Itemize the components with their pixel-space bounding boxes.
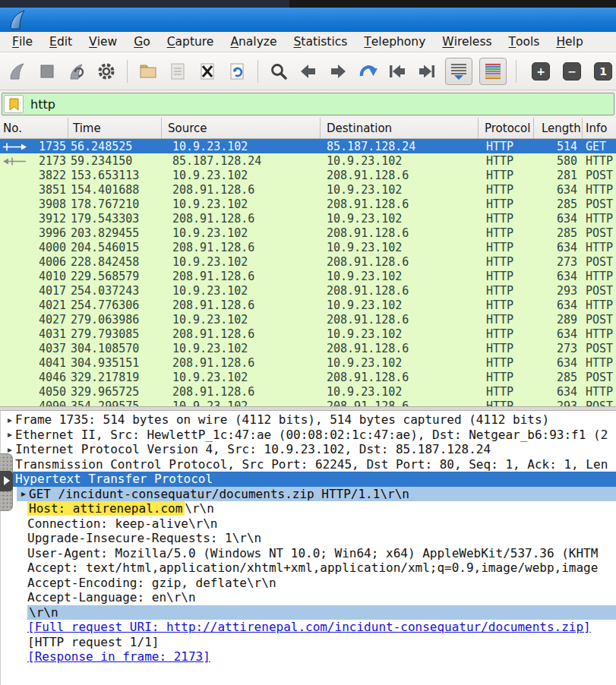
column-header-no[interactable]: No. xyxy=(0,118,68,138)
cell-length: 293 xyxy=(534,399,583,407)
column-header-destination[interactable]: Destination xyxy=(321,118,479,138)
packet-row[interactable]: 4050329.965725208.91.128.610.9.23.102HTT… xyxy=(0,384,616,399)
detail-row-link[interactable]: [Full request URI: http://attirenepal.co… xyxy=(1,620,616,635)
menu-view[interactable]: View xyxy=(81,32,125,52)
close-capture-file-button[interactable] xyxy=(196,60,219,83)
packet-row[interactable]: 4010229.568579208.91.128.610.9.23.102HTT… xyxy=(0,269,616,283)
menu-analyze[interactable]: Analyze xyxy=(222,32,285,52)
cell-no: 4027 xyxy=(0,313,68,327)
packet-row[interactable]: 4031279.793085208.91.128.610.9.23.102HTT… xyxy=(0,327,616,341)
title-bar[interactable] xyxy=(0,8,616,32)
packet-row[interactable]: 4021254.776306208.91.128.610.9.23.102HTT… xyxy=(0,298,616,312)
detail-row[interactable]: Upgrade-Insecure-Requests: 1\r\n xyxy=(1,531,616,546)
expand-arrow-icon[interactable]: ▸ xyxy=(5,415,15,425)
detail-row[interactable]: Accept-Language: en\r\n xyxy=(1,590,616,605)
go-back-button[interactable] xyxy=(297,60,320,83)
cell-protocol: HTTP xyxy=(479,154,534,168)
save-capture-file-button[interactable] xyxy=(166,60,189,83)
cell-destination: 10.9.23.102 xyxy=(321,298,479,312)
column-header-length[interactable]: Length xyxy=(534,118,583,138)
detail-link[interactable]: [Full request URI: http://attirenepal.co… xyxy=(27,620,591,634)
capture-options-button[interactable] xyxy=(95,60,118,83)
expand-arrow-icon[interactable]: ▸ xyxy=(18,488,29,499)
cell-info: POST xyxy=(583,197,616,211)
menu-file[interactable]: File xyxy=(4,32,41,52)
menu-capture[interactable]: Capture xyxy=(159,32,223,52)
packet-row[interactable]: 4090354.29957510.9.23.102208.91.128.6HTT… xyxy=(0,399,616,406)
restart-capture-button[interactable] xyxy=(65,60,88,83)
detail-scroll-indicator[interactable] xyxy=(0,453,13,511)
zoom-reset-button[interactable]: 1 xyxy=(594,62,612,80)
detail-scroll-grip[interactable] xyxy=(0,471,13,491)
detail-row[interactable]: User-Agent: Mozilla/5.0 (Windows NT 10.0… xyxy=(1,546,616,561)
packet-row[interactable]: 4046329.21781910.9.23.102208.91.128.6HTT… xyxy=(0,370,616,384)
detail-row[interactable]: ▸Internet Protocol Version 4, Src: 10.9.… xyxy=(1,442,616,457)
packet-row[interactable]: 3822153.65311310.9.23.102208.91.128.6HTT… xyxy=(0,168,616,182)
packet-row[interactable]: 217359.23415085.187.128.2410.9.23.102HTT… xyxy=(0,153,616,168)
packet-row[interactable]: 4006228.84245810.9.23.102208.91.128.6HTT… xyxy=(0,254,616,269)
menu-telephony[interactable]: Telephony xyxy=(355,32,434,52)
packet-row[interactable]: 4041304.935151208.91.128.610.9.23.102HTT… xyxy=(0,355,616,370)
packet-row[interactable]: 4017254.03724310.9.23.102208.91.128.6HTT… xyxy=(0,283,616,298)
menu-statistics[interactable]: Statistics xyxy=(285,32,355,52)
detail-row[interactable]: ▸Ethernet II, Src: HewlettP_1c:47:ae (00… xyxy=(1,428,616,443)
packet-row[interactable]: 3996203.82945510.9.23.102208.91.128.6HTT… xyxy=(0,226,616,240)
go-to-packet-button[interactable] xyxy=(356,60,379,83)
packet-row[interactable]: 4027279.06398610.9.23.102208.91.128.6HTT… xyxy=(0,312,616,327)
detail-row[interactable]: Accept-Encoding: gzip, deflate\r\n xyxy=(1,576,616,591)
detail-row-selected[interactable]: ▸Hypertext Transfer Protocol xyxy=(1,472,616,487)
detail-row-field-highlight[interactable]: \r\n xyxy=(1,605,616,620)
packet-row[interactable]: 4037304.10857010.9.23.102208.91.128.6HTT… xyxy=(0,341,616,355)
window-top-strip-tint xyxy=(0,0,289,8)
menu-tools[interactable]: Tools xyxy=(501,32,548,52)
column-header-time[interactable]: Time xyxy=(68,118,162,138)
column-header-info[interactable]: Info xyxy=(583,118,616,138)
column-header-source[interactable]: Source xyxy=(162,118,321,138)
auto-scroll-toggle[interactable] xyxy=(445,58,472,85)
reload-capture-file-button[interactable] xyxy=(226,60,248,83)
detail-row-value-highlight[interactable]: Host: attirenepal.com\r\n xyxy=(1,501,616,516)
open-capture-file-button[interactable] xyxy=(137,60,160,83)
start-capture-button[interactable] xyxy=(6,60,29,83)
find-packet-button[interactable] xyxy=(267,60,290,83)
cell-time: 154.401688 xyxy=(68,183,162,197)
go-first-packet-button[interactable] xyxy=(386,60,409,83)
go-last-packet-button[interactable] xyxy=(415,60,438,83)
menu-help[interactable]: Help xyxy=(548,32,591,52)
packet-row[interactable]: 3912179.543303208.91.128.610.9.23.102HTT… xyxy=(0,211,616,226)
display-filter-input[interactable]: http xyxy=(2,93,614,115)
cell-no: 2173 xyxy=(0,154,68,168)
cell-no: 4090 xyxy=(0,399,68,407)
cell-length: 634 xyxy=(534,385,583,399)
cell-time: 153.653113 xyxy=(68,169,162,182)
detail-row[interactable]: [HTTP request 1/1] xyxy=(1,635,616,650)
detail-row-link[interactable]: [Response in frame: 2173] xyxy=(1,649,616,664)
expand-arrow-icon[interactable]: ▸ xyxy=(5,429,15,440)
zoom-out-button[interactable]: − xyxy=(563,62,581,80)
packet-row[interactable]: 3851154.401688208.91.128.610.9.23.102HTT… xyxy=(0,182,616,197)
packet-row[interactable]: 4000204.546015208.91.128.610.9.23.102HTT… xyxy=(0,240,616,254)
packet-row[interactable]: 173556.24852510.9.23.10285.187.128.24HTT… xyxy=(0,139,616,153)
detail-row[interactable]: ▸Frame 1735: 514 bytes on wire (4112 bit… xyxy=(1,412,616,428)
detail-link[interactable]: [Response in frame: 2173] xyxy=(27,649,210,664)
cell-length: 273 xyxy=(534,342,583,355)
menu-wireless[interactable]: Wireless xyxy=(434,32,500,52)
menu-edit[interactable]: Edit xyxy=(41,32,81,52)
go-forward-button[interactable] xyxy=(327,60,349,83)
detail-row[interactable]: Accept: text/html,application/xhtml+xml,… xyxy=(1,560,616,576)
cell-time: 178.767210 xyxy=(68,197,162,211)
cell-info: POST xyxy=(583,284,616,298)
zoom-in-button[interactable]: + xyxy=(532,62,550,80)
column-header-protocol[interactable]: Protocol xyxy=(479,118,534,138)
colorize-toggle[interactable] xyxy=(479,58,507,85)
bookmark-icon[interactable] xyxy=(4,95,24,113)
cell-time: 179.543303 xyxy=(68,212,162,226)
detail-row[interactable]: ▸Transmission Control Protocol, Src Port… xyxy=(1,457,616,472)
detail-row[interactable]: Connection: keep-alive\r\n xyxy=(1,516,616,532)
cell-length: 289 xyxy=(534,313,583,327)
packet-row[interactable]: 3908178.76721010.9.23.102208.91.128.6HTT… xyxy=(0,197,616,211)
stop-capture-button[interactable] xyxy=(36,60,58,83)
detail-row-field-highlight[interactable]: ▸GET /incidunt-consequatur/documents.zip… xyxy=(1,487,616,502)
menu-go[interactable]: Go xyxy=(125,32,159,52)
cell-no: 4021 xyxy=(0,298,68,312)
